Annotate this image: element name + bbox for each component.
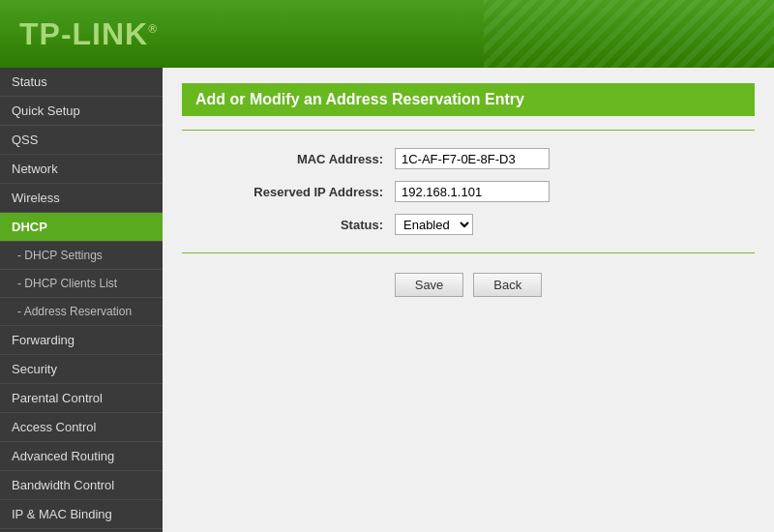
sidebar-item-access-control[interactable]: Access Control xyxy=(0,413,163,442)
sidebar-item-address-reservation[interactable]: - Address Reservation xyxy=(0,298,163,326)
sidebar-item-security[interactable]: Security xyxy=(0,355,163,384)
logo: TP-LINK® xyxy=(19,16,158,52)
status-select[interactable]: Enabled Disabled xyxy=(395,214,473,235)
top-divider xyxy=(182,130,755,131)
reserved-ip-input[interactable] xyxy=(395,181,550,202)
status-label: Status: xyxy=(240,218,395,232)
page-title: Add or Modify an Address Reservation Ent… xyxy=(182,83,755,116)
mac-address-label: MAC Address: xyxy=(240,152,395,166)
sidebar-item-bandwidth-control[interactable]: Bandwidth Control xyxy=(0,471,163,500)
sidebar-item-network[interactable]: Network xyxy=(0,155,163,184)
logo-trademark: ® xyxy=(148,22,158,36)
button-row: Save Back xyxy=(182,273,755,297)
sidebar-item-parental-control[interactable]: Parental Control xyxy=(0,384,163,413)
back-button[interactable]: Back xyxy=(473,273,542,297)
sidebar-item-dhcp[interactable]: DHCP xyxy=(0,213,163,242)
bottom-divider xyxy=(182,252,755,253)
sidebar: Status Quick Setup QSS Network Wireless … xyxy=(0,68,163,532)
status-row: Status: Enabled Disabled xyxy=(240,214,755,235)
sidebar-item-quick-setup[interactable]: Quick Setup xyxy=(0,97,163,126)
sidebar-item-qss[interactable]: QSS xyxy=(0,126,163,155)
header: TP-LINK® xyxy=(0,0,774,68)
mac-address-row: MAC Address: xyxy=(240,148,755,169)
layout: Status Quick Setup QSS Network Wireless … xyxy=(0,68,774,532)
sidebar-item-wireless[interactable]: Wireless xyxy=(0,184,163,213)
save-button[interactable]: Save xyxy=(395,273,464,297)
reserved-ip-row: Reserved IP Address: xyxy=(240,181,755,202)
sidebar-item-dhcp-settings[interactable]: - DHCP Settings xyxy=(0,242,163,270)
sidebar-item-status[interactable]: Status xyxy=(0,68,163,97)
sidebar-item-ip-mac-binding[interactable]: IP & MAC Binding xyxy=(0,500,163,529)
sidebar-item-dhcp-clients-list[interactable]: - DHCP Clients List xyxy=(0,270,163,298)
main-content: Add or Modify an Address Reservation Ent… xyxy=(163,68,774,532)
address-reservation-form: MAC Address: Reserved IP Address: Status… xyxy=(240,148,755,235)
mac-address-input[interactable] xyxy=(395,148,550,169)
logo-text: TP-LINK xyxy=(19,16,148,51)
sidebar-item-advanced-routing[interactable]: Advanced Routing xyxy=(0,442,163,471)
reserved-ip-label: Reserved IP Address: xyxy=(240,185,395,199)
sidebar-item-forwarding[interactable]: Forwarding xyxy=(0,326,163,355)
